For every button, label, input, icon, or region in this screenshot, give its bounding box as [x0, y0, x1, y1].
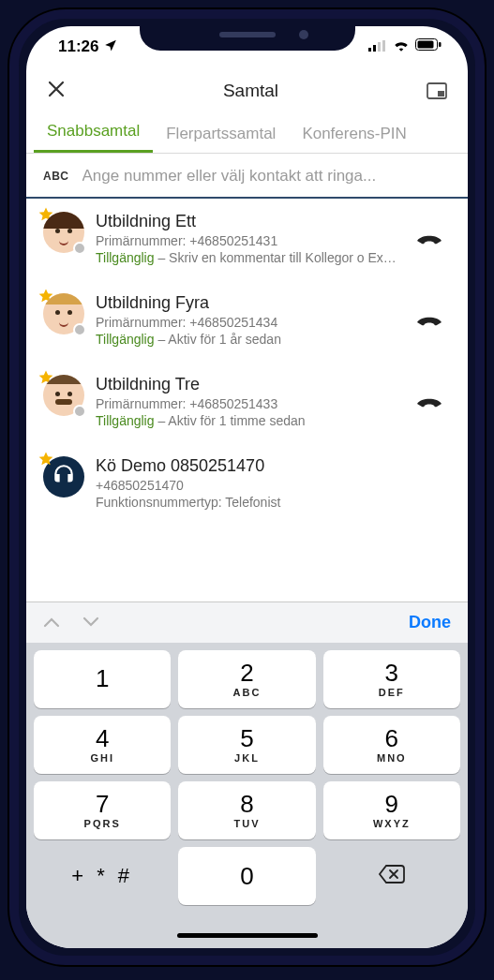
keyboard-toolbar: Done — [26, 601, 468, 643]
prev-field-icon[interactable] — [43, 615, 60, 631]
key-2[interactable]: 2ABC — [178, 650, 315, 708]
contact-primary: +46850251470 — [96, 478, 451, 493]
input-mode-toggle[interactable]: ABC — [43, 170, 69, 183]
list-item[interactable]: Utbildning Fyra Primärnummer: +468502514… — [26, 280, 468, 362]
key-1[interactable]: 1 — [34, 650, 171, 708]
tab-flerpartssamtal[interactable]: Flerpartssamtal — [153, 115, 289, 153]
key-9[interactable]: 9WXYZ — [323, 781, 460, 839]
headset-icon — [52, 463, 76, 491]
keyboard: Done 1 2ABC 3DEF 4GHI 5JKL 6MNO 7PQRS 8T… — [26, 601, 468, 948]
contact-status: Tillgänglig – Skriv en kommentar till Ko… — [96, 250, 402, 265]
list-item[interactable]: Utbildning Ett Primärnummer: +4685025143… — [26, 199, 468, 280]
wifi-icon — [393, 37, 410, 56]
contact-status: Funktionsnummertyp: Telefonist — [96, 495, 451, 510]
svg-rect-0 — [368, 48, 371, 52]
status-time: 11:26 — [58, 37, 98, 56]
contact-list[interactable]: Utbildning Ett Primärnummer: +4685025143… — [26, 199, 468, 601]
keypad: 1 2ABC 3DEF 4GHI 5JKL 6MNO 7PQRS 8TUV 9W… — [26, 643, 468, 922]
call-button[interactable] — [413, 309, 451, 332]
contact-name: Utbildning Fyra — [96, 293, 402, 313]
screen: 11:26 Samtal — [26, 26, 468, 948]
search-row: ABC — [26, 154, 468, 199]
keyboard-done-button[interactable]: Done — [409, 613, 451, 632]
key-0[interactable]: 0 — [178, 847, 315, 905]
battery-icon — [415, 37, 442, 56]
svg-rect-6 — [439, 42, 442, 47]
key-6[interactable]: 6MNO — [323, 716, 460, 774]
presence-dot-icon — [73, 242, 86, 255]
tab-snabbsamtal[interactable]: Snabbsamtal — [34, 112, 153, 153]
list-item[interactable]: Utbildning Tre Primärnummer: +4685025143… — [26, 362, 468, 443]
key-symbols[interactable]: + * # — [34, 847, 171, 905]
svg-rect-5 — [418, 41, 434, 49]
contact-name: Kö Demo 0850251470 — [96, 456, 451, 476]
key-backspace[interactable] — [323, 847, 460, 905]
notch — [140, 19, 355, 51]
key-8[interactable]: 8TUV — [178, 781, 315, 839]
phone-frame: 11:26 Samtal — [9, 9, 485, 965]
presence-dot-icon — [73, 405, 86, 418]
close-button[interactable] — [47, 78, 75, 104]
presence-dot-icon — [73, 323, 86, 336]
key-3[interactable]: 3DEF — [323, 650, 460, 708]
contact-status: Tillgänglig – Aktiv för 1 år sedan — [96, 332, 402, 347]
avatar — [43, 456, 84, 497]
front-camera — [299, 30, 308, 39]
key-5[interactable]: 5JKL — [178, 716, 315, 774]
location-arrow-icon — [104, 37, 117, 56]
contact-status: Tillgänglig – Aktiv för 1 timme sedan — [96, 413, 402, 428]
svg-rect-8 — [438, 91, 444, 97]
star-icon — [37, 451, 54, 468]
dial-input[interactable] — [82, 167, 452, 186]
contact-name: Utbildning Ett — [96, 212, 402, 231]
svg-rect-3 — [382, 40, 385, 52]
avatar — [43, 293, 84, 334]
home-indicator[interactable] — [26, 922, 468, 948]
cell-signal-icon — [368, 37, 387, 56]
call-button[interactable] — [413, 391, 451, 413]
next-field-icon[interactable] — [82, 615, 99, 631]
backspace-icon — [378, 864, 406, 888]
tab-bar: Snabbsamtal Flerpartssamtal Konferens-PI… — [26, 114, 468, 154]
contact-primary: Primärnummer: +46850251434 — [96, 315, 402, 330]
nav-bar: Samtal — [26, 67, 468, 114]
svg-rect-1 — [373, 45, 376, 52]
contact-primary: Primärnummer: +46850251431 — [96, 233, 402, 248]
avatar — [43, 375, 84, 416]
page-title: Samtal — [75, 81, 427, 101]
avatar — [43, 212, 84, 253]
svg-rect-2 — [378, 42, 381, 52]
tab-konferens-pin[interactable]: Konferens-PIN — [289, 115, 420, 153]
contact-primary: Primärnummer: +46850251433 — [96, 396, 402, 411]
speaker-grill — [219, 32, 276, 37]
contact-name: Utbildning Tre — [96, 375, 402, 394]
key-7[interactable]: 7PQRS — [34, 781, 171, 839]
key-4[interactable]: 4GHI — [34, 716, 171, 774]
minimize-icon[interactable] — [427, 82, 447, 99]
call-button[interactable] — [413, 228, 451, 250]
list-item[interactable]: Kö Demo 0850251470 +46850251470 Funktion… — [26, 443, 468, 525]
